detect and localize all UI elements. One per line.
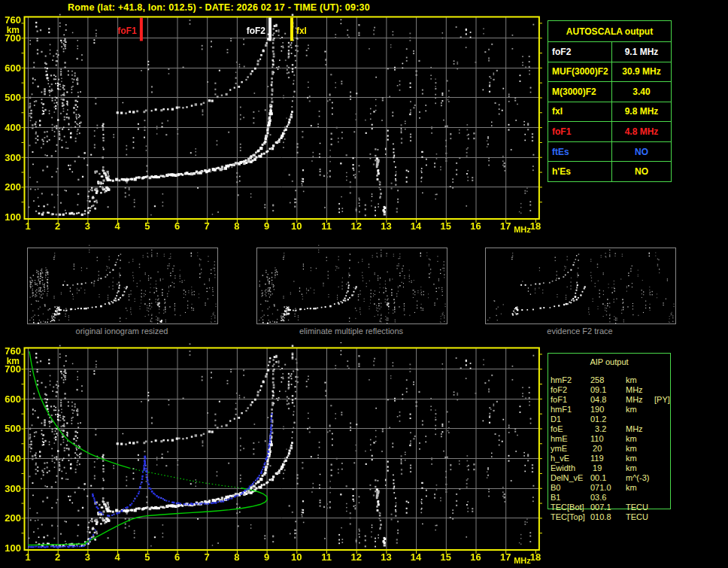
aip-cell: B0 — [548, 483, 590, 493]
autoscala-output-table: AUTOSCALA output foF29.1 MHzMUF(3000)F23… — [548, 20, 672, 182]
aip-cell: TECU — [626, 503, 654, 512]
aip-cell — [654, 503, 683, 512]
aip-cell — [654, 424, 683, 434]
aip-cell: foF2 — [548, 385, 590, 395]
aip-cell — [626, 493, 654, 503]
autoscala-row-value: 3.40 — [611, 81, 671, 102]
aip-cell — [654, 493, 683, 503]
aip-cell: 071.0 — [590, 483, 626, 493]
aip-cell: 01.2 — [590, 415, 626, 424]
aip-cell: TECU — [626, 512, 654, 522]
aip-row: h_vE119km — [548, 454, 683, 463]
aip-cell — [654, 415, 683, 424]
autoscala-row-label: foF2 — [548, 41, 611, 62]
aip-cell — [654, 483, 683, 493]
aip-cell — [654, 385, 683, 395]
aip-row: foF209.1MHz — [548, 385, 683, 395]
aip-cell: Ewidth — [548, 463, 590, 473]
aip-cell — [654, 473, 683, 483]
autoscala-row-value: 9.8 MHz — [611, 102, 671, 122]
aip-row: hmE110km — [548, 434, 683, 444]
autoscala-row-label: ftEs — [548, 141, 611, 162]
aip-cell — [654, 405, 683, 415]
autoscala-row-label: MUF(3000)F2 — [548, 62, 611, 82]
top-ionogram-canvas — [0, 14, 545, 236]
aip-row: DelN_vE00.1m^(-3) — [548, 473, 683, 483]
aip-row: ymE 20km — [548, 444, 683, 454]
station-date-title: Rome (lat: +41.8, lon: 012.5) - DATE: 20… — [68, 2, 370, 13]
autoscala-row-label: M(3000)F2 — [548, 81, 611, 102]
aip-cell: 258 — [590, 375, 626, 385]
aip-cell: km — [626, 444, 654, 454]
aip-cell: MHz — [626, 395, 654, 405]
autoscala-screen: Rome (lat: +41.8, lon: 012.5) - DATE: 20… — [0, 0, 728, 568]
aip-cell — [654, 512, 683, 522]
aip-row: foE 3.2MHz — [548, 424, 683, 434]
aip-cell — [654, 434, 683, 444]
aip-cell: 110 — [590, 434, 626, 444]
aip-row: hmF2258km — [548, 375, 683, 385]
aip-cell: 00.1 — [590, 473, 626, 483]
aip-cell: 007.1 — [590, 503, 626, 512]
aip-table-title: AIP output — [548, 353, 671, 370]
aip-cell: km — [626, 375, 654, 385]
autoscala-row-label: foF1 — [548, 121, 611, 141]
aip-cell: hmE — [548, 434, 590, 444]
aip-cell: m^(-3) — [626, 473, 654, 483]
autoscala-row-value: NO — [611, 141, 671, 162]
caption-evidence-f2-trace: evidence F2 trace — [482, 327, 678, 336]
aip-cell: hmF2 — [548, 375, 590, 385]
aip-cell: MHz — [626, 424, 654, 434]
aip-row: Ewidth 19km — [548, 463, 683, 473]
aip-cell: km — [626, 454, 654, 463]
aip-row: B0071.0km — [548, 483, 683, 493]
aip-row: TEC[Top]010.8TECU — [548, 512, 683, 522]
aip-cell: 03.6 — [590, 493, 626, 503]
aip-cell: TEC[Bot] — [548, 503, 590, 512]
aip-row: TEC[Bot]007.1TECU — [548, 503, 683, 512]
autoscala-row-value: 4.8 MHz — [611, 121, 671, 141]
aip-cell: 190 — [590, 405, 626, 415]
aip-cell: 19 — [590, 463, 626, 473]
autoscala-row-label: fxI — [548, 102, 611, 122]
aip-cell: 3.2 — [590, 424, 626, 434]
aip-cell — [626, 415, 654, 424]
aip-cell: ymE — [548, 444, 590, 454]
aip-cell — [654, 444, 683, 454]
autoscala-row-value: NO — [611, 161, 671, 181]
aip-cell: km — [626, 434, 654, 444]
thumbnail-strip-canvas — [0, 245, 728, 324]
aip-cell: D1 — [548, 415, 590, 424]
aip-cell: MHz — [626, 385, 654, 395]
aip-cell: km — [626, 463, 654, 473]
aip-row: foF104.8MHz[PY] — [548, 395, 683, 405]
caption-original-ionogram: original ionogram resized — [24, 327, 220, 336]
bottom-ionogram-canvas — [0, 342, 545, 568]
aip-cell: km — [626, 483, 654, 493]
aip-cell: 09.1 — [590, 385, 626, 395]
aip-rows: hmF2258kmfoF209.1MHzfoF104.8MHz[PY]hmF11… — [548, 370, 683, 522]
aip-cell: [PY] — [654, 395, 683, 405]
aip-cell: 20 — [590, 444, 626, 454]
aip-cell: 119 — [590, 454, 626, 463]
aip-cell: hmF1 — [548, 405, 590, 415]
autoscala-row-label: h'Es — [548, 161, 611, 181]
autoscala-row-value: 30.9 MHz — [611, 62, 671, 82]
aip-cell: TEC[Top] — [548, 512, 590, 522]
aip-cell — [654, 463, 683, 473]
aip-cell: 04.8 — [590, 395, 626, 405]
aip-cell: foE — [548, 424, 590, 434]
autoscala-table-title: AUTOSCALA output — [548, 21, 671, 41]
autoscala-row-value: 9.1 MHz — [611, 41, 671, 62]
aip-output-table: AIP output hmF2258kmfoF209.1MHzfoF104.8M… — [548, 353, 683, 522]
aip-cell: 010.8 — [590, 512, 626, 522]
aip-cell: B1 — [548, 493, 590, 503]
aip-cell: km — [626, 405, 654, 415]
aip-cell: DelN_vE — [548, 473, 590, 483]
aip-row: hmF1190km — [548, 405, 683, 415]
aip-cell — [654, 454, 683, 463]
aip-cell: foF1 — [548, 395, 590, 405]
aip-row: D101.2 — [548, 415, 683, 424]
caption-eliminate-reflections: eliminate multiple reflections — [253, 327, 449, 336]
aip-cell: h_vE — [548, 454, 590, 463]
